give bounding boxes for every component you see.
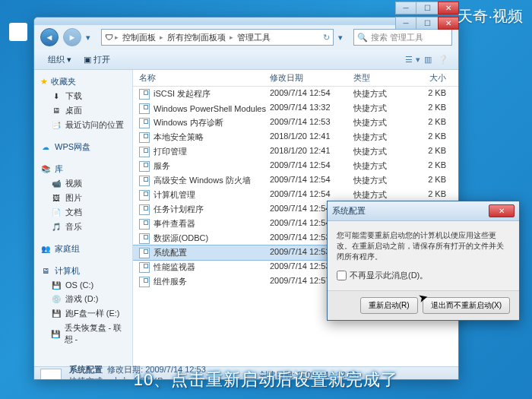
close-button[interactable]: ✕ bbox=[438, 17, 459, 30]
shortcut-icon bbox=[139, 176, 150, 186]
preview-pane-button[interactable]: ▥ bbox=[420, 52, 435, 67]
sidebar-homegroup-header[interactable]: 👥家庭组 bbox=[34, 242, 132, 256]
sidebar-item[interactable]: ⬇下载 bbox=[34, 89, 132, 103]
checkbox-input[interactable] bbox=[337, 271, 347, 280]
dont-show-again-checkbox[interactable]: 不再显示此消息(D)。 bbox=[337, 270, 510, 281]
address-dropdown[interactable]: ▾ bbox=[338, 28, 349, 46]
star-icon: ★ bbox=[40, 77, 48, 87]
desktop-recycle-bin[interactable] bbox=[9, 23, 27, 41]
column-date[interactable]: 修改日期 bbox=[270, 72, 353, 84]
bg-close-button[interactable]: ✕ bbox=[438, 2, 459, 14]
cloud-icon: ☁ bbox=[40, 142, 51, 153]
organize-menu[interactable]: 组织 ▾ bbox=[42, 52, 78, 67]
file-name: 高级安全 Windows 防火墙 bbox=[154, 175, 251, 186]
dialog-title-text: 系统配置 bbox=[332, 205, 366, 217]
file-name: 性能监视器 bbox=[154, 261, 195, 273]
file-date: 2018/1/20 12:41 bbox=[270, 131, 353, 143]
dialog-close-button[interactable]: ✕ bbox=[489, 204, 515, 217]
shortcut-icon bbox=[139, 89, 150, 100]
help-button[interactable]: ❔ bbox=[435, 52, 451, 67]
chevron-right-icon: ▸ bbox=[115, 33, 119, 41]
breadcrumb[interactable]: 🛡 ▸ 控制面板 ▸ 所有控制面板项 ▸ 管理工具 ↻ bbox=[101, 29, 334, 46]
minimize-button[interactable]: ─ bbox=[395, 17, 416, 30]
sidebar-item[interactable]: 💾OS (C:) bbox=[34, 278, 132, 292]
file-row[interactable]: 本地安全策略2018/1/20 12:41快捷方式2 KB bbox=[133, 130, 458, 144]
sidebar-item[interactable]: 💾跑F盘一样 (E:) bbox=[34, 306, 132, 321]
bg-minimize-button[interactable]: ─ bbox=[395, 2, 416, 14]
file-row[interactable]: 打印管理2018/1/20 12:41快捷方式2 KB bbox=[133, 144, 458, 159]
breadcrumb-seg[interactable]: 所有控制面板项 bbox=[165, 32, 228, 43]
search-icon: 🔍 bbox=[357, 33, 368, 43]
refresh-icon[interactable]: ↻ bbox=[323, 33, 330, 43]
file-size: 2 KB bbox=[407, 131, 452, 143]
dialog-titlebar[interactable]: 系统配置 ✕ bbox=[328, 201, 519, 221]
caption-overlay: 10、点击重新启动后设置就完成了 bbox=[134, 369, 398, 391]
sidebar-computer-header[interactable]: 🖥计算机 bbox=[34, 264, 132, 278]
sidebar-item[interactable]: 💿游戏 (D:) bbox=[34, 292, 132, 306]
sidebar-item-icon: 💾 bbox=[51, 309, 62, 319]
file-row[interactable]: Windows PowerShell Modules2009/7/14 13:3… bbox=[133, 101, 458, 116]
sidebar-item[interactable]: 🖼图片 bbox=[34, 191, 132, 205]
sidebar-favorites-header[interactable]: ★收藏夹 bbox=[34, 74, 132, 89]
file-name: Windows 内存诊断 bbox=[154, 117, 223, 128]
shortcut-icon bbox=[139, 262, 150, 273]
background-window-controls: ─ ☐ ✕ bbox=[395, 2, 459, 14]
open-button[interactable]: ▣打开 bbox=[78, 52, 116, 67]
chevron-right-icon: ▸ bbox=[160, 33, 163, 41]
file-name: 系统配置 bbox=[154, 247, 187, 258]
bg-maximize-button[interactable]: ☐ bbox=[416, 2, 438, 14]
sidebar-item-label: 图片 bbox=[65, 192, 82, 204]
forward-button[interactable]: ► bbox=[63, 28, 81, 46]
sidebar-item[interactable]: 🖥桌面 bbox=[34, 103, 132, 118]
sidebar-item[interactable]: 📹视频 bbox=[34, 176, 132, 191]
shortcut-icon bbox=[139, 161, 150, 172]
status-thumbnail bbox=[40, 369, 62, 381]
file-size: 2 KB bbox=[407, 146, 452, 157]
file-row[interactable]: iSCSI 发起程序2009/7/14 12:54快捷方式2 KB bbox=[133, 87, 458, 101]
maximize-button[interactable]: ☐ bbox=[416, 17, 438, 30]
file-date: 2009/7/14 12:54 bbox=[270, 160, 353, 172]
sidebar-wps-header[interactable]: ☁WPS网盘 bbox=[34, 140, 132, 154]
exit-without-restart-button[interactable]: 退出而不重新启动(X) bbox=[423, 297, 510, 314]
file-row[interactable]: Windows 内存诊断2009/7/14 12:53快捷方式2 KB bbox=[133, 116, 458, 130]
breadcrumb-seg[interactable]: 控制面板 bbox=[120, 32, 158, 43]
file-type: 快捷方式 bbox=[353, 88, 407, 100]
nav-history-dropdown[interactable]: ▾ bbox=[86, 28, 97, 46]
file-size: 2 KB bbox=[407, 189, 452, 201]
navigation-sidebar: ★收藏夹 ⬇下载🖥桌面📑最近访问的位置 ☁WPS网盘 📚库 📹视频🖼图片📄文档🎵… bbox=[34, 70, 133, 366]
sidebar-item-icon: 📹 bbox=[51, 179, 62, 189]
shortcut-icon bbox=[139, 190, 150, 201]
sidebar-item[interactable]: 📑最近访问的位置 bbox=[34, 118, 132, 132]
file-date: 2009/7/14 12:54 bbox=[270, 175, 353, 186]
back-button[interactable]: ◄ bbox=[40, 28, 59, 46]
file-name: 组件服务 bbox=[154, 276, 187, 287]
sidebar-item-label: OS (C:) bbox=[65, 280, 93, 290]
file-type: 快捷方式 bbox=[353, 103, 407, 114]
column-size[interactable]: 大小 bbox=[407, 72, 452, 84]
sidebar-item[interactable]: 📄文档 bbox=[34, 205, 132, 220]
sidebar-item-icon: 💾 bbox=[51, 328, 61, 339]
file-row[interactable]: 服务2009/7/14 12:54快捷方式2 KB bbox=[133, 159, 458, 173]
search-input[interactable]: 🔍 搜索 管理工具 bbox=[353, 29, 452, 46]
view-options-button[interactable]: ☰ ▾ bbox=[405, 52, 420, 67]
sidebar-libraries-header[interactable]: 📚库 bbox=[34, 162, 132, 176]
file-size: 2 KB bbox=[407, 117, 452, 128]
dialog-message: 您可能需要重新启动您的计算机以便应用这些更改。在重新启动之前，请保存所有打开的文… bbox=[337, 230, 510, 262]
breadcrumb-seg[interactable]: 管理工具 bbox=[235, 32, 273, 43]
watermark-text: 天奇·视频 bbox=[458, 6, 523, 27]
file-date: 2009/7/14 12:53 bbox=[270, 117, 353, 128]
sidebar-item-icon: ⬇ bbox=[51, 91, 62, 102]
restart-button[interactable]: 重新启动(R) bbox=[360, 297, 418, 314]
column-type[interactable]: 类型 bbox=[353, 72, 407, 84]
libraries-icon: 📚 bbox=[40, 164, 51, 175]
file-row[interactable]: 高级安全 Windows 防火墙2009/7/14 12:54快捷方式2 KB bbox=[133, 173, 458, 188]
sidebar-item-label: 视频 bbox=[65, 178, 82, 189]
file-type: 快捷方式 bbox=[353, 189, 407, 201]
status-name: 系统配置 bbox=[69, 365, 103, 374]
shortcut-icon bbox=[139, 103, 150, 114]
sidebar-item[interactable]: 🎵音乐 bbox=[34, 220, 132, 234]
file-size: 2 KB bbox=[407, 175, 452, 186]
column-name[interactable]: 名称 bbox=[133, 72, 270, 84]
sidebar-item[interactable]: 💾丢失恢复盘 - 联想 - bbox=[34, 321, 132, 347]
column-headers-row: 名称 修改日期 类型 大小 bbox=[133, 70, 458, 87]
